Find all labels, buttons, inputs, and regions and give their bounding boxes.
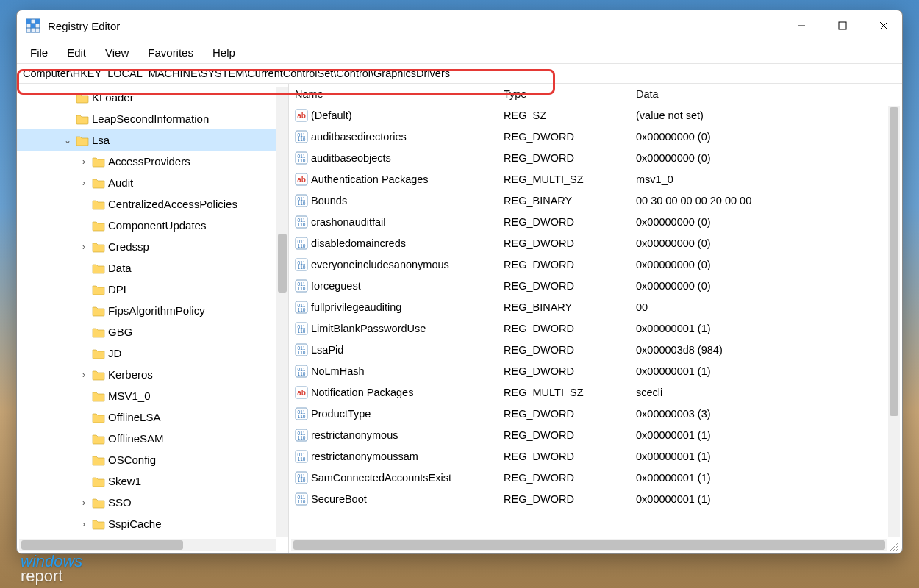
tree-node[interactable]: DPL — [17, 279, 288, 300]
tree-node-label: FipsAlgorithmPolicy — [108, 304, 205, 317]
folder-icon — [92, 198, 105, 209]
value-row[interactable]: fullprivilegeauditingREG_BINARY00 — [289, 296, 902, 318]
value-data: scecli — [636, 387, 902, 398]
tree-node[interactable]: KLoader — [17, 87, 288, 108]
tree-node[interactable]: Skew1 — [17, 470, 288, 492]
chevron-right-icon[interactable]: › — [79, 498, 89, 508]
value-row[interactable]: everyoneincludesanonymousREG_DWORD0x0000… — [289, 254, 902, 275]
value-row[interactable]: restrictanonymousREG_DWORD0x00000001 (1) — [289, 424, 902, 445]
tree-node[interactable]: ›Credssp — [17, 236, 288, 257]
column-header-name[interactable]: Name — [295, 88, 504, 100]
menu-edit[interactable]: Edit — [58, 43, 95, 62]
chevron-down-icon[interactable]: ⌄ — [62, 135, 73, 146]
tree-node[interactable]: CentralizedAccessPolicies — [17, 193, 288, 215]
tree-node-label: JD — [108, 347, 121, 359]
address-bar[interactable]: Computer\HKEY_LOCAL_MACHINE\SYSTEM\Curre… — [17, 64, 902, 83]
value-data: 0x00000000 (0) — [636, 131, 902, 143]
tree-vertical-scrollbar[interactable] — [276, 87, 288, 537]
value-name: auditbaseobjects — [311, 152, 504, 164]
svg-rect-1 — [26, 19, 31, 24]
value-row[interactable]: disabledomaincredsREG_DWORD0x00000000 (0… — [289, 232, 902, 254]
value-row[interactable]: restrictanonymoussamREG_DWORD0x00000001 … — [289, 445, 902, 467]
tree-body[interactable]: KLoaderLeapSecondInformation⌄Lsa›AccessP… — [17, 84, 288, 539]
value-row[interactable]: (Default)REG_SZ(value not set) — [289, 104, 902, 126]
value-row[interactable]: Notification PackagesREG_MULTI_SZscecli — [289, 381, 902, 403]
tree-node[interactable]: ⌄Lsa — [17, 129, 288, 151]
value-data: 0x00000000 (0) — [636, 259, 902, 270]
folder-icon — [92, 348, 105, 359]
chevron-right-icon[interactable]: › — [79, 157, 89, 167]
chevron-right-icon[interactable]: › — [79, 519, 89, 529]
detail-horizontal-scrollbar[interactable] — [291, 539, 887, 551]
value-row[interactable]: auditbasedirectoriesREG_DWORD0x00000000 … — [289, 126, 902, 147]
value-data: 00 30 00 00 00 20 00 00 — [636, 195, 902, 207]
tree-node[interactable]: FipsAlgorithmPolicy — [17, 300, 288, 321]
tree-node-label: LeapSecondInformation — [92, 112, 209, 125]
minimize-button[interactable] — [784, 14, 818, 37]
value-data: 0x00000001 (1) — [636, 451, 902, 462]
tree-node[interactable]: Data — [17, 257, 288, 279]
resize-grip-icon[interactable] — [889, 540, 899, 551]
chevron-right-icon[interactable]: › — [79, 178, 89, 188]
watermark: windows report — [21, 554, 82, 584]
tree-node[interactable]: OfflineSAM — [17, 428, 288, 449]
maximize-button[interactable] — [826, 14, 859, 37]
menu-help[interactable]: Help — [204, 43, 244, 62]
menu-view[interactable]: View — [96, 43, 137, 62]
tree-node[interactable]: ›AccessProviders — [17, 151, 288, 172]
tree-node[interactable]: OSConfig — [17, 449, 288, 470]
tree-node[interactable]: ›SSO — [17, 492, 288, 513]
tree-node-label: SspiCache — [108, 517, 162, 530]
value-row[interactable]: LimitBlankPasswordUseREG_DWORD0x00000001… — [289, 318, 902, 339]
value-row[interactable]: crashonauditfailREG_DWORD0x00000000 (0) — [289, 211, 902, 232]
close-button[interactable] — [867, 14, 901, 37]
value-row[interactable]: NoLmHashREG_DWORD0x00000001 (1) — [289, 360, 902, 381]
value-row[interactable]: forceguestREG_DWORD0x00000000 (0) — [289, 275, 902, 296]
tree-node[interactable]: ›SspiCache — [17, 513, 288, 534]
tree-node[interactable]: LeapSecondInformation — [17, 108, 288, 129]
value-row[interactable]: SamConnectedAccountsExistREG_DWORD0x0000… — [289, 467, 902, 488]
binary-value-icon — [295, 301, 308, 314]
tree-node-label: DPL — [108, 283, 129, 295]
detail-vertical-scrollbar[interactable] — [888, 106, 900, 537]
value-row[interactable]: Authentication PackagesREG_MULTI_SZmsv1_… — [289, 168, 902, 190]
tree-node[interactable]: GBG — [17, 321, 288, 343]
binary-value-icon — [295, 407, 308, 420]
tree-node[interactable]: ComponentUpdates — [17, 215, 288, 236]
binary-value-icon — [295, 365, 308, 378]
value-name: everyoneincludesanonymous — [311, 259, 504, 270]
column-header-type[interactable]: Type — [504, 88, 636, 100]
chevron-right-icon[interactable]: › — [79, 242, 89, 252]
menu-file[interactable]: File — [21, 43, 57, 62]
binary-value-icon — [295, 215, 308, 229]
tree-node-label: OfflineSAM — [108, 432, 164, 445]
value-name: restrictanonymous — [311, 429, 504, 441]
tree-node-label: OSConfig — [108, 453, 156, 466]
tree-spacer — [79, 306, 89, 316]
value-name: crashonauditfail — [311, 216, 504, 228]
tree-node[interactable]: OfflineLSA — [17, 406, 288, 428]
folder-icon — [92, 518, 105, 529]
value-type: REG_DWORD — [504, 216, 636, 228]
tree-horizontal-scrollbar[interactable] — [19, 539, 276, 551]
value-row[interactable]: SecureBootREG_DWORD0x00000001 (1) — [289, 488, 902, 509]
folder-icon — [92, 390, 105, 401]
binary-value-icon — [295, 492, 308, 506]
value-row[interactable]: LsaPidREG_DWORD0x000003d8 (984) — [289, 339, 902, 360]
tree-spacer — [79, 455, 89, 465]
tree-node[interactable]: MSV1_0 — [17, 385, 288, 406]
grid-body[interactable]: (Default)REG_SZ(value not set)auditbased… — [289, 104, 902, 539]
tree-node[interactable]: ›Audit — [17, 172, 288, 193]
chevron-right-icon[interactable]: › — [79, 370, 89, 380]
value-row[interactable]: auditbaseobjectsREG_DWORD0x00000000 (0) — [289, 147, 902, 168]
value-data: 0x00000000 (0) — [636, 280, 902, 292]
tree-node-label: Skew1 — [108, 475, 141, 487]
value-row[interactable]: ProductTypeREG_DWORD0x00000003 (3) — [289, 403, 902, 424]
column-header-data[interactable]: Data — [636, 88, 902, 100]
value-row[interactable]: BoundsREG_BINARY00 30 00 00 00 20 00 00 — [289, 190, 902, 211]
tree-node[interactable]: ›Kerberos — [17, 364, 288, 385]
addressbar-container: Computer\HKEY_LOCAL_MACHINE\SYSTEM\Curre… — [17, 63, 902, 84]
folder-icon — [92, 497, 105, 508]
tree-node[interactable]: JD — [17, 343, 288, 364]
menu-favorites[interactable]: Favorites — [139, 43, 202, 62]
